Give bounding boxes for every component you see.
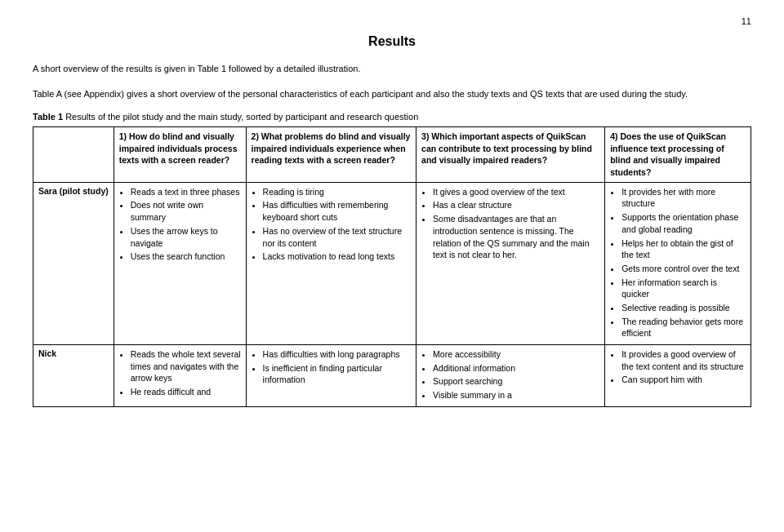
list-item: It gives a good overview of the text [433,186,599,198]
list-item: More accessibility [433,348,599,361]
list-item: Some disadvantages are that an introduct… [433,213,599,261]
row-1-col-3: More accessibilityAdditional information… [416,345,605,407]
participant-name: Sara (pilot study) [33,182,114,344]
row-0-col-1: Reads a text in three phasesDoes not wri… [114,182,246,344]
list-item: Reads a text in three phases [131,186,241,198]
page-title: Results [33,34,751,49]
list-item: Can support him with [621,374,746,386]
col-header-2: 2) What problems do blind and visually i… [246,127,416,183]
list-item: Reads the whole text several times and n… [131,348,241,384]
col-header-3: 3) Which important aspects of QuikScan c… [416,127,605,183]
list-item: The reading behavior gets more efficient [621,316,746,339]
col-header-4: 4) Does the use of QuikScan influence te… [605,127,751,183]
list-item: Has difficulties with remembering keyboa… [263,199,411,223]
page-number: 11 [33,16,751,26]
intro-paragraph-1: A short overview of the results is given… [33,62,751,76]
row-0-col-3: It gives a good overview of the textHas … [416,182,605,344]
list-item: Visible summary in a [433,389,599,401]
intro-paragraph-2: Table A (see Appendix) gives a short ove… [33,87,751,101]
list-item: Lacks motivation to read long texts [263,250,411,263]
list-item: It provides her with more structure [621,186,746,210]
row-1-col-1: Reads the whole text several times and n… [114,345,246,407]
participant-name: Nick [33,345,114,407]
list-item: Gets more control over the text [621,263,746,275]
list-item: It provides a good overview of the text … [621,348,746,372]
col-header-empty [33,127,114,183]
list-item: Has a clear structure [433,199,599,211]
list-item: Selective reading is possible [621,302,746,314]
list-item: Uses the arrow keys to navigate [131,225,241,249]
list-item: Does not write own summary [131,199,241,223]
list-item: Supports the orientation phase and globa… [621,211,746,235]
list-item: Has difficulties with long paragraphs [263,348,411,361]
list-item: Uses the search function [131,250,241,263]
row-1-col-2: Has difficulties with long paragraphsIs … [246,345,416,407]
row-1-col-4: It provides a good overview of the text … [605,345,751,407]
list-item: Additional information [433,362,599,375]
list-item: Support searching [433,375,599,388]
list-item: Her information search is quicker [621,277,746,300]
row-0-col-2: Reading is tiringHas difficulties with r… [246,182,416,344]
col-header-1: 1) How do blind and visually impaired in… [114,127,246,183]
list-item: He reads difficult and [131,386,241,398]
list-item: Has no overview of the text structure no… [263,225,411,249]
list-item: Reading is tiring [263,186,411,198]
list-item: Helps her to obtain the gist of the text [621,237,746,261]
row-0-col-4: It provides her with more structureSuppo… [605,182,751,344]
table-caption: Table 1 Results of the pilot study and t… [33,112,751,122]
results-table: 1) How do blind and visually impaired in… [33,126,751,407]
list-item: Is inefficient in finding particular inf… [263,362,411,386]
